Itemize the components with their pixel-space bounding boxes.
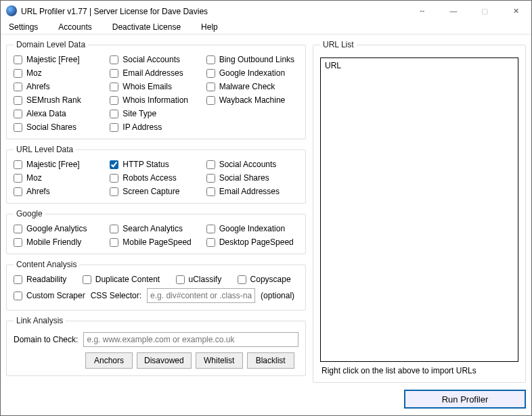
close-button[interactable]: ✕: [500, 1, 531, 21]
content-analysis-group: Content Analysis Readability Duplicate C…: [6, 260, 306, 310]
titlebar: URL Profiler v1.77 | Server License for …: [1, 1, 531, 21]
menubar: Settings Accounts Deactivate License Hel…: [1, 21, 531, 34]
cb-search-analytics[interactable]: Search Analytics: [110, 224, 202, 233]
cb-alexa-data[interactable]: Alexa Data: [14, 109, 106, 118]
run-profiler-button[interactable]: Run Profiler: [404, 390, 526, 409]
cb-whois-emails[interactable]: Whois Emails: [110, 82, 202, 91]
cb-majestic-free[interactable]: Majestic [Free]: [14, 55, 106, 64]
cb-url-majestic[interactable]: Majestic [Free]: [14, 160, 106, 169]
cb-ahrefs[interactable]: Ahrefs: [14, 82, 106, 91]
cb-robots-access[interactable]: Robots Access: [110, 173, 202, 183]
cb-wayback-machine[interactable]: Wayback Machine: [206, 95, 298, 105]
cb-social-shares[interactable]: Social Shares: [14, 122, 106, 132]
cb-desktop-pagespeed[interactable]: Desktop PageSpeed: [206, 237, 298, 247]
app-icon: [6, 5, 17, 16]
cb-google-indexation2[interactable]: Google Indexation: [206, 224, 298, 233]
cb-url-ahrefs[interactable]: Ahrefs: [14, 187, 106, 196]
cb-uclassify[interactable]: uClassify: [176, 275, 229, 284]
cb-custom-scraper[interactable]: Custom Scraper: [14, 291, 85, 300]
cb-mobile-pagespeed[interactable]: Mobile PageSpeed: [110, 237, 202, 247]
blacklist-button[interactable]: Blacklist: [247, 352, 294, 369]
url-level-legend: URL Level Data: [14, 145, 76, 154]
menu-help[interactable]: Help: [197, 21, 222, 33]
minimize-button[interactable]: —: [438, 1, 469, 21]
resize-icon[interactable]: ↔: [407, 1, 438, 21]
css-selector-input[interactable]: [147, 288, 255, 303]
domain-check-input[interactable]: [83, 332, 298, 347]
url-list-legend: URL List: [320, 40, 357, 49]
menu-deactivate-license[interactable]: Deactivate License: [108, 21, 185, 33]
domain-level-legend: Domain Level Data: [14, 40, 88, 49]
window-title: URL Profiler v1.77 | Server License for …: [21, 6, 407, 16]
google-legend: Google: [14, 209, 45, 218]
content-analysis-legend: Content Analysis: [14, 260, 79, 269]
css-selector-label: CSS Selector:: [91, 291, 141, 300]
cb-google-analytics[interactable]: Google Analytics: [14, 224, 106, 233]
cb-readability[interactable]: Readability: [14, 275, 74, 284]
cb-bing-outbound[interactable]: Bing Outbound Links: [206, 55, 298, 64]
css-selector-optional: (optional): [261, 291, 294, 300]
cb-whois-information[interactable]: Whois Information: [110, 95, 202, 105]
domain-check-label: Domain to Check:: [14, 335, 78, 344]
cb-social-accounts[interactable]: Social Accounts: [110, 55, 202, 64]
disavowed-button[interactable]: Disavowed: [137, 352, 192, 369]
cb-ip-address[interactable]: IP Address: [110, 122, 202, 132]
url-list-group: URL List URL Right click on the list abo…: [313, 40, 526, 383]
url-list-hint: Right click on the list above to import …: [322, 366, 517, 375]
menu-settings[interactable]: Settings: [5, 21, 42, 33]
cb-copyscape[interactable]: Copyscape: [238, 275, 298, 284]
url-list-header: URL: [325, 61, 514, 70]
cb-url-social-accounts[interactable]: Social Accounts: [206, 160, 298, 169]
cb-google-indexation[interactable]: Google Indexation: [206, 68, 298, 78]
cb-screen-capture[interactable]: Screen Capture: [110, 187, 202, 196]
cb-malware-check[interactable]: Malware Check: [206, 82, 298, 91]
url-list[interactable]: URL: [320, 57, 518, 362]
link-analysis-group: Link Analysis Domain to Check: Anchors D…: [6, 316, 306, 376]
cb-url-moz[interactable]: Moz: [14, 173, 106, 183]
anchors-button[interactable]: Anchors: [85, 352, 133, 369]
cb-http-status[interactable]: HTTP Status: [110, 160, 202, 169]
domain-level-group: Domain Level Data Majestic [Free] Moz Ah…: [6, 40, 306, 139]
link-analysis-legend: Link Analysis: [14, 316, 66, 325]
url-level-group: URL Level Data Majestic [Free] Moz Ahref…: [6, 145, 306, 204]
cb-duplicate-content[interactable]: Duplicate Content: [83, 275, 168, 284]
cb-url-social-shares[interactable]: Social Shares: [206, 173, 298, 183]
cb-url-email-addresses[interactable]: Email Addresses: [206, 187, 298, 196]
cb-moz[interactable]: Moz: [14, 68, 106, 78]
cb-email-addresses[interactable]: Email Addresses: [110, 68, 202, 78]
google-group: Google Google Analytics Mobile Friendly …: [6, 209, 306, 254]
cb-semrush-rank[interactable]: SEMrush Rank: [14, 95, 106, 105]
cb-site-type[interactable]: Site Type: [110, 109, 202, 118]
whitelist-button[interactable]: Whitelist: [196, 352, 243, 369]
menu-accounts[interactable]: Accounts: [54, 21, 95, 33]
cb-mobile-friendly[interactable]: Mobile Friendly: [14, 237, 106, 247]
maximize-button[interactable]: ▢: [469, 1, 500, 21]
